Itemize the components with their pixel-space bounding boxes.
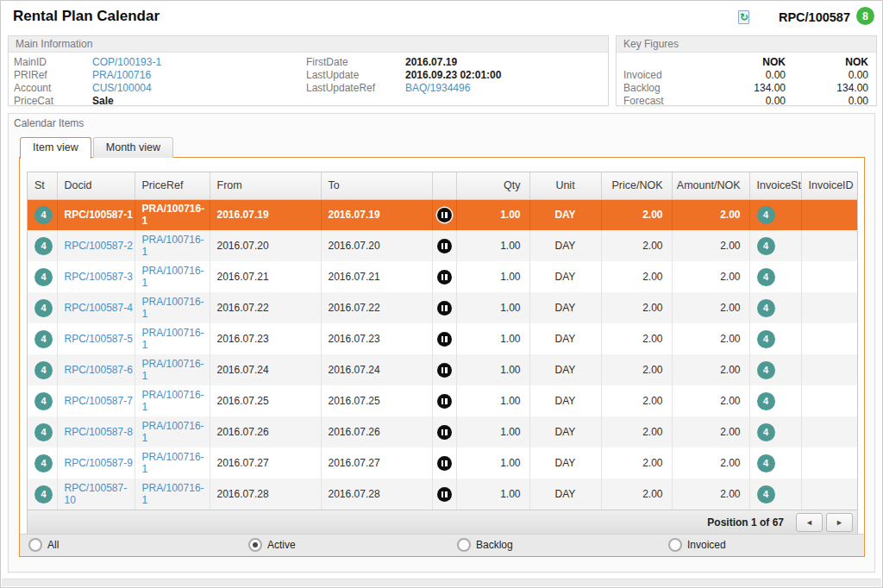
docid-link[interactable]: RPC/100587-5 (65, 333, 133, 345)
cell-st: 4 (28, 199, 57, 230)
key-figures-header: Key Figures (617, 36, 876, 53)
filter-radio-backlog[interactable]: Backlog (457, 538, 513, 552)
field-account: AccountCUS/100004 (14, 82, 161, 95)
cell-pause (432, 199, 456, 230)
docid-link[interactable]: RPC/100587-10 (65, 482, 128, 506)
cell-pause (432, 323, 456, 354)
field-pricecat: PriceCatSale (14, 95, 161, 108)
filter-bar: AllActiveBacklogInvoiced (20, 534, 864, 556)
cell-amount-nok: 2.00 (672, 199, 749, 230)
field-lastupdate: LastUpdate2016.09.23 02:01:00 (306, 69, 501, 82)
table-row[interactable]: 4RPC/100587-8PRA/100716-12016.07.262016.… (28, 416, 857, 447)
cell-invoiceid (801, 292, 857, 323)
priceref-link[interactable]: PRA/100716-1 (142, 327, 204, 351)
cell-invoicest: 4 (749, 385, 801, 416)
field-value-link[interactable]: BAQ/1934496 (405, 82, 470, 95)
table-row[interactable]: 4RPC/100587-9PRA/100716-12016.07.272016.… (28, 447, 857, 479)
docid-link[interactable]: RPC/100587-3 (65, 271, 133, 283)
radio-button[interactable] (28, 538, 42, 552)
priceref-link[interactable]: PRA/100716-1 (142, 358, 204, 382)
docid-link[interactable]: RPC/100587-2 (65, 240, 133, 252)
field-value: Sale (92, 95, 114, 108)
status-badge: 4 (34, 454, 53, 472)
cell-qty: 1.00 (456, 447, 529, 479)
cell-priceref: PRA/100716-1 (135, 447, 210, 479)
table-row[interactable]: 4RPC/100587-1PRA/100716-12016.07.192016.… (28, 199, 857, 230)
cell-amount-nok: 2.00 (672, 261, 749, 292)
priceref-link[interactable]: PRA/100716-1 (142, 265, 204, 289)
invoice-status-badge: 4 (757, 299, 775, 317)
pause-icon (437, 363, 452, 378)
table-row[interactable]: 4RPC/100587-6PRA/100716-12016.07.242016.… (28, 354, 857, 385)
main-information-fields-right: FirstDate2016.07.19LastUpdate2016.09.23 … (306, 56, 501, 95)
next-page-button[interactable]: ► (826, 513, 853, 532)
priceref-link[interactable]: PRA/100716-1 (142, 296, 204, 320)
cell-docid: RPC/100587-10 (57, 479, 135, 510)
table-row[interactable]: 4RPC/100587-4PRA/100716-12016.07.222016.… (28, 292, 857, 323)
priceref-link[interactable]: PRA/100716-1 (142, 451, 204, 475)
table-row[interactable]: 4RPC/100587-2PRA/100716-12016.07.202016.… (28, 230, 857, 261)
docid-link[interactable]: RPC/100587-7 (65, 395, 133, 407)
status-badge: 4 (34, 237, 53, 255)
filter-radio-invoiced[interactable]: Invoiced (668, 538, 726, 552)
priceref-link[interactable]: PRA/100716-1 (142, 420, 204, 444)
priceref-link[interactable]: PRA/100716-1 (142, 203, 205, 227)
document-status-badge: 8 (856, 7, 874, 25)
cell-qty: 1.00 (456, 230, 529, 261)
cell-price-nok: 2.00 (601, 292, 672, 323)
main-information-header: Main Information (9, 36, 608, 53)
pause-icon (437, 239, 452, 253)
table-row[interactable]: 4RPC/100587-5PRA/100716-12016.07.232016.… (28, 323, 857, 354)
cell-amount-nok: 2.00 (672, 354, 749, 385)
cell-price-nok: 2.00 (601, 354, 672, 385)
cell-pause (432, 416, 456, 447)
tab-month-view[interactable]: Month view (93, 137, 173, 158)
table-row[interactable]: 4RPC/100587-7PRA/100716-12016.07.252016.… (28, 385, 857, 416)
field-label: LastUpdateRef (306, 82, 405, 95)
cell-from: 2016.07.23 (210, 323, 321, 354)
cell-docid: RPC/100587-9 (57, 447, 135, 479)
refresh-document-icon[interactable]: ↻ (736, 9, 752, 25)
priceref-link[interactable]: PRA/100716-1 (142, 234, 204, 258)
filter-radio-all[interactable]: All (28, 538, 59, 552)
docid-link[interactable]: RPC/100587-4 (65, 302, 133, 314)
cell-amount-nok: 2.00 (672, 292, 749, 323)
key-figure-label: Invoiced (623, 69, 703, 82)
field-label: FirstDate (306, 56, 405, 69)
tab-bar: Item viewMonth view (20, 137, 175, 159)
docid-link[interactable]: RPC/100587-6 (65, 364, 133, 376)
tab-item-view[interactable]: Item view (20, 137, 91, 159)
cell-invoicest: 4 (749, 261, 801, 292)
field-value-link[interactable]: PRA/100716 (92, 69, 151, 82)
radio-button[interactable] (668, 538, 682, 552)
cell-pause (432, 354, 456, 385)
cell-priceref: PRA/100716-1 (135, 230, 210, 261)
cell-amount-nok: 2.00 (672, 323, 749, 354)
key-figures-panel: Key Figures NOKNOKInvoiced0.000.00Backlo… (616, 35, 877, 106)
radio-button[interactable] (457, 538, 471, 552)
table-row[interactable]: 4RPC/100587-10PRA/100716-12016.07.282016… (28, 479, 857, 510)
cell-unit: DAY (529, 416, 601, 447)
priceref-link[interactable]: PRA/100716-1 (142, 482, 204, 506)
priceref-link[interactable]: PRA/100716-1 (142, 389, 204, 413)
filter-label: All (47, 539, 59, 551)
previous-page-button[interactable]: ◄ (796, 513, 823, 532)
field-value-link[interactable]: CUS/100004 (92, 82, 152, 95)
field-value-link[interactable]: COP/100193-1 (92, 56, 161, 69)
docid-link[interactable]: RPC/100587-9 (65, 457, 133, 469)
cell-to: 2016.07.22 (321, 292, 432, 323)
cell-amount-nok: 2.00 (672, 385, 749, 416)
docid-link[interactable]: RPC/100587-8 (65, 426, 133, 438)
radio-button[interactable] (248, 538, 262, 552)
table-row[interactable]: 4RPC/100587-3PRA/100716-12016.07.212016.… (28, 261, 857, 292)
docid-link[interactable]: RPC/100587-1 (65, 209, 133, 221)
filter-radio-active[interactable]: Active (248, 538, 296, 552)
cell-docid: RPC/100587-5 (57, 323, 135, 354)
field-lastupdateref: LastUpdateRefBAQ/1934496 (306, 82, 501, 95)
invoice-status-badge: 4 (757, 454, 775, 472)
column-header-price-nok: Price/NOK (601, 172, 672, 199)
cell-invoicest: 4 (749, 416, 801, 447)
filter-label: Active (267, 539, 296, 551)
cell-invoicest: 4 (749, 323, 801, 354)
status-badge: 4 (34, 423, 53, 441)
